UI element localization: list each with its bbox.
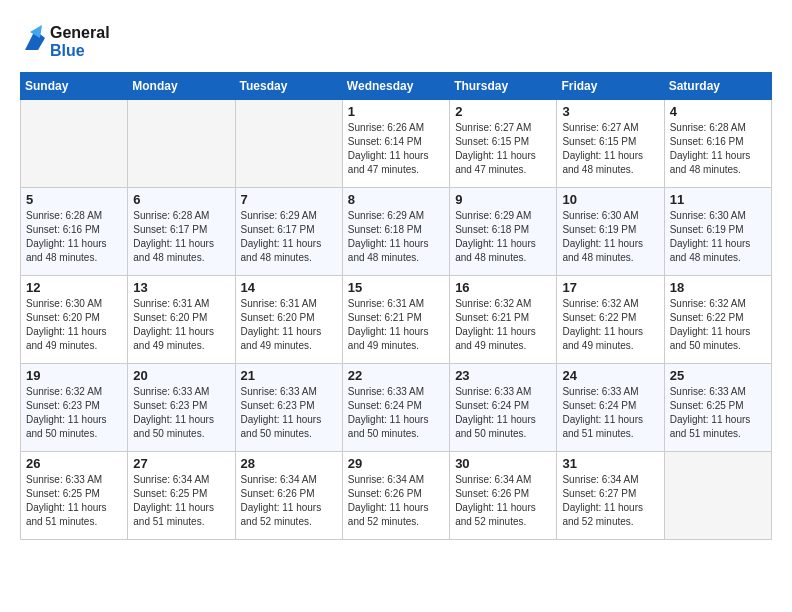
calendar-day: 10Sunrise: 6:30 AMSunset: 6:19 PMDayligh… [557, 188, 664, 276]
day-number: 10 [562, 192, 658, 207]
day-info: Sunrise: 6:31 AMSunset: 6:21 PMDaylight:… [348, 297, 444, 353]
logo-svg: GeneralBlue [20, 20, 110, 62]
day-number: 6 [133, 192, 229, 207]
calendar-day: 13Sunrise: 6:31 AMSunset: 6:20 PMDayligh… [128, 276, 235, 364]
day-info: Sunrise: 6:33 AMSunset: 6:23 PMDaylight:… [241, 385, 337, 441]
day-info: Sunrise: 6:31 AMSunset: 6:20 PMDaylight:… [241, 297, 337, 353]
weekday-header-tuesday: Tuesday [235, 73, 342, 100]
day-number: 27 [133, 456, 229, 471]
day-number: 12 [26, 280, 122, 295]
logo: GeneralBlue [20, 20, 110, 62]
day-info: Sunrise: 6:34 AMSunset: 6:26 PMDaylight:… [455, 473, 551, 529]
calendar-day: 29Sunrise: 6:34 AMSunset: 6:26 PMDayligh… [342, 452, 449, 540]
day-number: 17 [562, 280, 658, 295]
day-number: 1 [348, 104, 444, 119]
day-info: Sunrise: 6:31 AMSunset: 6:20 PMDaylight:… [133, 297, 229, 353]
day-info: Sunrise: 6:30 AMSunset: 6:19 PMDaylight:… [562, 209, 658, 265]
calendar-day: 27Sunrise: 6:34 AMSunset: 6:25 PMDayligh… [128, 452, 235, 540]
day-info: Sunrise: 6:27 AMSunset: 6:15 PMDaylight:… [455, 121, 551, 177]
day-info: Sunrise: 6:27 AMSunset: 6:15 PMDaylight:… [562, 121, 658, 177]
calendar-day [21, 100, 128, 188]
calendar-day: 18Sunrise: 6:32 AMSunset: 6:22 PMDayligh… [664, 276, 771, 364]
calendar-day: 23Sunrise: 6:33 AMSunset: 6:24 PMDayligh… [450, 364, 557, 452]
day-info: Sunrise: 6:33 AMSunset: 6:24 PMDaylight:… [348, 385, 444, 441]
day-number: 2 [455, 104, 551, 119]
calendar-day: 22Sunrise: 6:33 AMSunset: 6:24 PMDayligh… [342, 364, 449, 452]
weekday-header-friday: Friday [557, 73, 664, 100]
day-info: Sunrise: 6:32 AMSunset: 6:21 PMDaylight:… [455, 297, 551, 353]
day-info: Sunrise: 6:32 AMSunset: 6:22 PMDaylight:… [562, 297, 658, 353]
day-number: 4 [670, 104, 766, 119]
day-number: 23 [455, 368, 551, 383]
calendar-day: 7Sunrise: 6:29 AMSunset: 6:17 PMDaylight… [235, 188, 342, 276]
calendar-day: 14Sunrise: 6:31 AMSunset: 6:20 PMDayligh… [235, 276, 342, 364]
calendar-day: 21Sunrise: 6:33 AMSunset: 6:23 PMDayligh… [235, 364, 342, 452]
week-row-5: 26Sunrise: 6:33 AMSunset: 6:25 PMDayligh… [21, 452, 772, 540]
day-number: 13 [133, 280, 229, 295]
day-number: 24 [562, 368, 658, 383]
day-number: 26 [26, 456, 122, 471]
svg-text:Blue: Blue [50, 42, 85, 59]
svg-text:General: General [50, 24, 110, 41]
week-row-3: 12Sunrise: 6:30 AMSunset: 6:20 PMDayligh… [21, 276, 772, 364]
calendar-day: 25Sunrise: 6:33 AMSunset: 6:25 PMDayligh… [664, 364, 771, 452]
calendar-day: 30Sunrise: 6:34 AMSunset: 6:26 PMDayligh… [450, 452, 557, 540]
calendar-day: 28Sunrise: 6:34 AMSunset: 6:26 PMDayligh… [235, 452, 342, 540]
calendar-day: 12Sunrise: 6:30 AMSunset: 6:20 PMDayligh… [21, 276, 128, 364]
calendar-day: 6Sunrise: 6:28 AMSunset: 6:17 PMDaylight… [128, 188, 235, 276]
day-number: 22 [348, 368, 444, 383]
day-number: 21 [241, 368, 337, 383]
calendar-day: 26Sunrise: 6:33 AMSunset: 6:25 PMDayligh… [21, 452, 128, 540]
day-info: Sunrise: 6:28 AMSunset: 6:16 PMDaylight:… [670, 121, 766, 177]
day-number: 14 [241, 280, 337, 295]
day-info: Sunrise: 6:30 AMSunset: 6:19 PMDaylight:… [670, 209, 766, 265]
calendar-day: 31Sunrise: 6:34 AMSunset: 6:27 PMDayligh… [557, 452, 664, 540]
weekday-header-thursday: Thursday [450, 73, 557, 100]
calendar-day: 4Sunrise: 6:28 AMSunset: 6:16 PMDaylight… [664, 100, 771, 188]
day-number: 16 [455, 280, 551, 295]
weekday-header-wednesday: Wednesday [342, 73, 449, 100]
day-info: Sunrise: 6:34 AMSunset: 6:26 PMDaylight:… [348, 473, 444, 529]
day-number: 5 [26, 192, 122, 207]
day-info: Sunrise: 6:34 AMSunset: 6:26 PMDaylight:… [241, 473, 337, 529]
day-number: 25 [670, 368, 766, 383]
calendar-day: 8Sunrise: 6:29 AMSunset: 6:18 PMDaylight… [342, 188, 449, 276]
weekday-header-saturday: Saturday [664, 73, 771, 100]
day-number: 15 [348, 280, 444, 295]
day-info: Sunrise: 6:33 AMSunset: 6:24 PMDaylight:… [455, 385, 551, 441]
day-info: Sunrise: 6:34 AMSunset: 6:25 PMDaylight:… [133, 473, 229, 529]
weekday-header-monday: Monday [128, 73, 235, 100]
day-number: 18 [670, 280, 766, 295]
calendar-day: 5Sunrise: 6:28 AMSunset: 6:16 PMDaylight… [21, 188, 128, 276]
calendar-day: 9Sunrise: 6:29 AMSunset: 6:18 PMDaylight… [450, 188, 557, 276]
day-info: Sunrise: 6:33 AMSunset: 6:25 PMDaylight:… [26, 473, 122, 529]
day-number: 8 [348, 192, 444, 207]
day-info: Sunrise: 6:29 AMSunset: 6:18 PMDaylight:… [455, 209, 551, 265]
calendar-day [664, 452, 771, 540]
day-info: Sunrise: 6:28 AMSunset: 6:16 PMDaylight:… [26, 209, 122, 265]
day-number: 30 [455, 456, 551, 471]
day-number: 31 [562, 456, 658, 471]
calendar-day: 19Sunrise: 6:32 AMSunset: 6:23 PMDayligh… [21, 364, 128, 452]
weekday-header-row: SundayMondayTuesdayWednesdayThursdayFrid… [21, 73, 772, 100]
day-info: Sunrise: 6:30 AMSunset: 6:20 PMDaylight:… [26, 297, 122, 353]
page-header: GeneralBlue [20, 20, 772, 62]
day-info: Sunrise: 6:33 AMSunset: 6:25 PMDaylight:… [670, 385, 766, 441]
calendar-day: 11Sunrise: 6:30 AMSunset: 6:19 PMDayligh… [664, 188, 771, 276]
week-row-4: 19Sunrise: 6:32 AMSunset: 6:23 PMDayligh… [21, 364, 772, 452]
day-number: 29 [348, 456, 444, 471]
calendar-day [235, 100, 342, 188]
calendar-day: 2Sunrise: 6:27 AMSunset: 6:15 PMDaylight… [450, 100, 557, 188]
day-number: 3 [562, 104, 658, 119]
calendar-day [128, 100, 235, 188]
day-number: 28 [241, 456, 337, 471]
day-info: Sunrise: 6:29 AMSunset: 6:18 PMDaylight:… [348, 209, 444, 265]
calendar-table: SundayMondayTuesdayWednesdayThursdayFrid… [20, 72, 772, 540]
week-row-1: 1Sunrise: 6:26 AMSunset: 6:14 PMDaylight… [21, 100, 772, 188]
calendar-day: 15Sunrise: 6:31 AMSunset: 6:21 PMDayligh… [342, 276, 449, 364]
calendar-day: 17Sunrise: 6:32 AMSunset: 6:22 PMDayligh… [557, 276, 664, 364]
day-number: 19 [26, 368, 122, 383]
day-number: 11 [670, 192, 766, 207]
day-info: Sunrise: 6:33 AMSunset: 6:24 PMDaylight:… [562, 385, 658, 441]
day-number: 7 [241, 192, 337, 207]
